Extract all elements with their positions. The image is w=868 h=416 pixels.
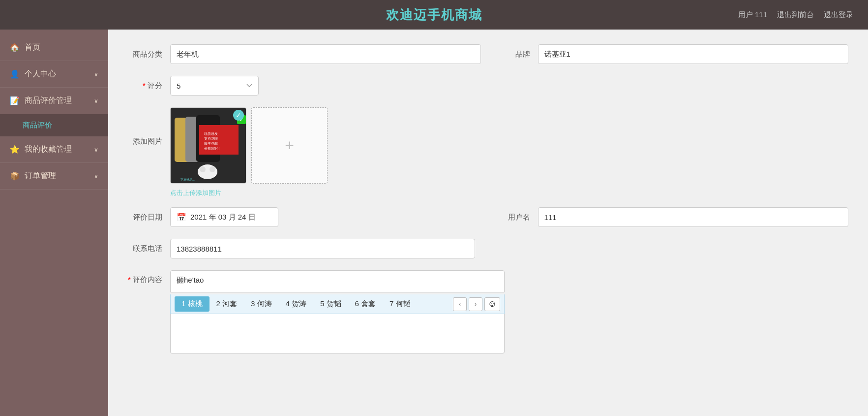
username-input[interactable]	[538, 207, 849, 227]
phone-row: 联系电话	[128, 239, 848, 258]
comment-content: 砸he'tao 1 核桃 2 河套 3 何涛 4 贺涛 5 贺韬 6 盒套 7 …	[170, 270, 505, 353]
rating-select[interactable]: 1 2 3 4 5	[170, 76, 259, 96]
date-username-row: 评价日期 📅 2021 年 03 月 24 日 用户名	[128, 207, 848, 227]
person-icon: 👤	[10, 69, 20, 79]
user-label: 用户 111	[738, 10, 767, 20]
category-input[interactable]	[170, 44, 481, 64]
layout: 🏠 首页 👤 个人中心 ∨ 📝 商品评价管理 ∨ 商品评价 ⭐ 我的收藏管理 ∨…	[0, 30, 868, 416]
chevron-down-icon-2: ∨	[94, 97, 98, 104]
svg-text:现货速发: 现货速发	[204, 132, 218, 136]
sidebar-label-collection: 我的收藏管理	[25, 144, 72, 155]
sidebar-item-personal[interactable]: 👤 个人中心 ∨	[0, 61, 108, 88]
sidebar: 🏠 首页 👤 个人中心 ∨ 📝 商品评价管理 ∨ 商品评价 ⭐ 我的收藏管理 ∨…	[0, 30, 108, 416]
header-actions: 用户 111 退出到前台 退出登录	[738, 10, 853, 20]
order-icon: 📦	[10, 171, 20, 181]
category-brand-row: 商品分类 品牌	[128, 44, 848, 64]
date-group: 评价日期 📅 2021 年 03 月 24 日	[128, 207, 481, 227]
add-image-button[interactable]: +	[251, 107, 328, 184]
rating-row: 评分 1 2 3 4 5	[128, 76, 848, 96]
ime-candidate-2[interactable]: 2 河套	[210, 296, 244, 312]
image-upload-area: 现货速发 支持花呗 顺丰包邮 分期0首付 ✓ 下单赠品...	[170, 107, 328, 184]
comment-row: 评价内容 砸he'tao 1 核桃 2 河套 3 何涛 4 贺涛 5 贺韬 6 …	[128, 270, 848, 353]
ime-candidate-5[interactable]: 5 贺韬	[313, 296, 348, 312]
chevron-down-icon-3: ∨	[94, 146, 98, 153]
ime-next-button[interactable]: ›	[469, 297, 482, 311]
exit-login-button[interactable]: 退出登录	[824, 10, 853, 20]
ime-candidate-4[interactable]: 4 贺涛	[279, 296, 314, 312]
home-icon: 🏠	[10, 43, 20, 52]
svg-text:分期0首付: 分期0首付	[204, 147, 220, 150]
plus-icon: +	[285, 136, 294, 155]
svg-point-13	[210, 166, 215, 172]
exit-front-button[interactable]: 退出到前台	[777, 10, 814, 20]
ime-candidate-6[interactable]: 6 盒套	[348, 296, 383, 312]
main-content: 商品分类 品牌 评分 1 2 3 4 5 添加图片	[108, 30, 868, 416]
sidebar-label-personal: 个人中心	[25, 69, 56, 79]
chevron-down-icon: ∨	[94, 71, 98, 78]
category-group: 商品分类	[128, 44, 481, 64]
image-selected-indicator: ✓	[233, 110, 244, 121]
comment-label: 评价内容	[128, 270, 162, 285]
sidebar-item-review[interactable]: 商品评价	[0, 114, 108, 136]
ime-prev-button[interactable]: ‹	[453, 297, 467, 311]
ime-candidate-3[interactable]: 3 何涛	[244, 296, 279, 312]
username-group: 用户名	[496, 207, 849, 227]
ime-candidate-7[interactable]: 7 何韬	[383, 296, 418, 312]
svg-text:顺丰包邮: 顺丰包邮	[204, 142, 218, 145]
sidebar-item-home[interactable]: 🏠 首页	[0, 34, 108, 61]
svg-point-11	[198, 164, 217, 179]
brand-label: 品牌	[496, 50, 530, 59]
ime-toolbar: 1 核桃 2 河套 3 何涛 4 贺涛 5 贺韬 6 盒套 7 何韬 ‹ › ☺	[170, 294, 505, 314]
username-label: 用户名	[496, 213, 530, 222]
svg-text:支持花呗: 支持花呗	[204, 137, 218, 140]
sidebar-label-order: 订单管理	[25, 171, 56, 181]
category-label: 商品分类	[128, 50, 162, 59]
date-value: 2021 年 03 月 24 日	[190, 213, 256, 222]
svg-text:下单赠品...: 下单赠品...	[180, 178, 195, 181]
chevron-down-icon-4: ∨	[94, 173, 98, 180]
header: 欢迪迈手机商城 用户 111 退出到前台 退出登录	[0, 0, 868, 30]
add-image-label: 添加图片	[128, 107, 162, 146]
phone-label: 联系电话	[128, 244, 162, 254]
date-label: 评价日期	[128, 213, 162, 222]
sidebar-label-review-mgmt: 商品评价管理	[25, 96, 72, 106]
sidebar-label-review: 商品评价	[23, 121, 52, 129]
comment-textarea-bottom[interactable]	[170, 314, 505, 353]
date-input[interactable]: 📅 2021 年 03 月 24 日	[170, 207, 278, 227]
rating-group: 评分 1 2 3 4 5	[128, 76, 259, 96]
ime-candidate-1[interactable]: 1 核桃	[175, 296, 210, 312]
phone-input[interactable]	[170, 239, 475, 258]
phone-group: 联系电话	[128, 239, 475, 258]
sidebar-item-review-mgmt[interactable]: 📝 商品评价管理 ∨	[0, 88, 108, 114]
uploaded-image-1[interactable]: 现货速发 支持花呗 顺丰包邮 分期0首付 ✓ 下单赠品...	[170, 107, 246, 184]
ime-navigation: ‹ › ☺	[453, 297, 500, 311]
calendar-icon: 📅	[177, 213, 186, 222]
brand-input[interactable]	[538, 44, 849, 64]
image-upload-section: 添加图片 现货速发 支持花呗 顺丰包邮 分期0	[128, 107, 848, 184]
sidebar-item-collection[interactable]: ⭐ 我的收藏管理 ∨	[0, 136, 108, 163]
comment-textarea[interactable]: 砸he'tao	[170, 270, 505, 292]
site-title: 欢迪迈手机商城	[386, 6, 482, 24]
sidebar-label-home: 首页	[25, 42, 40, 53]
sidebar-item-order[interactable]: 📦 订单管理 ∨	[0, 163, 108, 190]
star-icon: ⭐	[10, 145, 20, 154]
review-mgmt-icon: 📝	[10, 96, 20, 105]
ime-emoji-button[interactable]: ☺	[484, 297, 500, 311]
upload-hint[interactable]: 点击上传添加图片	[170, 189, 848, 197]
rating-label: 评分	[128, 81, 162, 91]
brand-group: 品牌	[496, 44, 849, 64]
svg-point-12	[200, 166, 206, 172]
